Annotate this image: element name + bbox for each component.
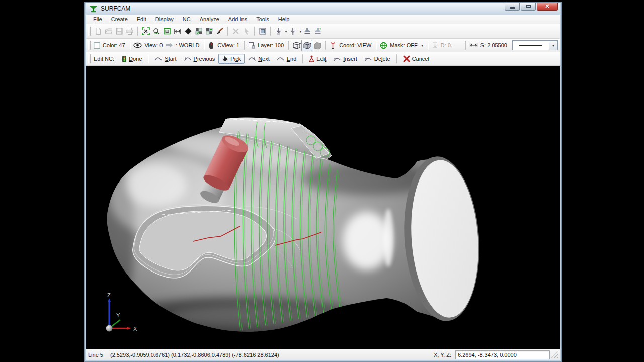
linestyle-control[interactable]: ▼ [511, 40, 559, 50]
title-bar[interactable]: SURFCAM ✕ [86, 3, 560, 15]
menu-help[interactable]: Help [274, 16, 294, 23]
surfcam-logo-icon [89, 5, 98, 13]
shade-icon[interactable] [183, 26, 193, 37]
view-toolbar: Color: 47 View: 0 : WORLD CView: 1 Layer… [86, 39, 560, 52]
menu-edit[interactable]: Edit [133, 16, 150, 23]
menu-nc[interactable]: NC [179, 16, 195, 23]
analyze-brush-icon[interactable] [214, 26, 225, 37]
menu-bar: File Create Edit Display NC Analyze Add … [86, 15, 560, 24]
toolbar-separator [465, 41, 466, 50]
view-label: View: 0 [143, 42, 164, 48]
menu-file[interactable]: File [89, 16, 106, 23]
print-icon[interactable] [124, 26, 135, 37]
layer-label: Layer: 100 [257, 42, 285, 48]
delete-button[interactable]: Delete [361, 54, 394, 63]
cancel-button[interactable]: Cancel [399, 54, 433, 64]
end-button[interactable]: End [273, 54, 300, 63]
zoom-dynamic-icon[interactable] [151, 26, 162, 37]
scale-arrows-icon [469, 43, 478, 48]
resize-grip[interactable] [551, 351, 558, 358]
world-control[interactable]: : WORLD [165, 42, 201, 48]
toolbar-grip[interactable] [88, 41, 91, 50]
stamp-alt-icon[interactable] [313, 26, 324, 37]
curve-previous-icon [184, 56, 192, 62]
toolbar-separator [254, 27, 255, 36]
toolbar-grip[interactable] [88, 27, 91, 36]
transform-icon[interactable] [241, 26, 252, 37]
window-title: SURFCAM [101, 5, 130, 12]
new-file-icon[interactable] [93, 26, 103, 37]
close-button[interactable]: ✕ [537, 3, 558, 11]
toolbar-grip[interactable] [88, 54, 91, 63]
save-file-icon[interactable] [114, 26, 124, 37]
axis-y-label: Y [116, 312, 120, 318]
shaded-mode-icon[interactable] [301, 40, 312, 51]
linestyle-dropdown[interactable]: ▼ [549, 40, 558, 50]
menu-tools[interactable]: Tools [252, 16, 273, 23]
menu-addins[interactable]: Add Ins [224, 16, 251, 23]
curve-delete-icon [364, 56, 372, 62]
main-toolbar: ▼ ▼ [86, 24, 560, 39]
viewport-3d[interactable]: Z Y X [86, 66, 560, 349]
curve-start-icon [154, 56, 163, 62]
minimize-button[interactable] [505, 3, 520, 11]
axis-x-label: X [133, 326, 137, 332]
layer-control[interactable]: Layer: 100 [247, 42, 286, 49]
toolbar-separator [137, 27, 138, 36]
depth-control[interactable]: D: 0. [431, 42, 454, 49]
world-label: : WORLD [175, 42, 200, 48]
coord-control[interactable]: Coord: VIEW [328, 42, 373, 49]
toolpath-point-alt-dropdown[interactable]: ▼ [299, 30, 302, 33]
linestyle-preview[interactable] [512, 40, 549, 50]
close-icon: ✕ [545, 4, 549, 9]
wireframe-mode-icon[interactable] [291, 40, 301, 51]
scale-control[interactable]: S: 2.05500 [468, 42, 509, 48]
toolbar-separator [244, 41, 245, 50]
verify-restore-icon[interactable] [204, 26, 214, 37]
edit-move-button[interactable]: Edit [305, 54, 330, 64]
cview-control[interactable]: CView: 1 [207, 42, 242, 49]
stamp-icon[interactable] [302, 26, 313, 37]
open-file-icon[interactable] [103, 26, 114, 37]
menu-analyze[interactable]: Analyze [196, 16, 223, 23]
mask-label: Mask: OFF [389, 42, 418, 48]
toolbar-separator [130, 41, 130, 50]
eye-icon [133, 42, 142, 48]
pan-fit-icon[interactable] [172, 26, 183, 37]
verify-icon[interactable] [193, 26, 204, 37]
coord-axis-icon [329, 42, 337, 49]
toolpath-point-alt-icon[interactable] [288, 26, 298, 37]
toolpath-point-dropdown[interactable]: ▼ [284, 30, 288, 33]
curve-end-icon [277, 56, 285, 62]
properties-icon[interactable] [257, 26, 268, 37]
coord-label: Coord: VIEW [338, 42, 372, 48]
color-label: Color: 47 [102, 42, 126, 48]
status-coords: (2.5293,-0.9059,0.6761) (0.1732,-0.8606,… [110, 352, 279, 358]
maximize-button[interactable] [521, 3, 536, 11]
zoom-extents-icon[interactable] [140, 26, 151, 37]
linestyle-line-icon [519, 45, 542, 46]
edit-nc-label: Edit NC: [93, 56, 115, 62]
next-button[interactable]: Next [245, 54, 273, 63]
insert-button[interactable]: Insert [330, 54, 361, 63]
axis-z-label: Z [107, 292, 111, 298]
menu-create[interactable]: Create [107, 16, 132, 23]
done-button[interactable]: Done [118, 54, 145, 64]
mask-dropdown[interactable]: ▼ [421, 44, 424, 47]
traffic-light-icon [122, 55, 127, 63]
previous-button[interactable]: Previous [180, 54, 219, 63]
status-bar: Line 5 (2.5293,-0.9059,0.6761) (0.1732,-… [86, 349, 560, 360]
flat-mode-icon[interactable] [312, 40, 323, 51]
start-button[interactable]: Start [151, 54, 180, 63]
view-control[interactable]: View: 0 [132, 42, 165, 48]
mask-control[interactable]: Mask: OFF ▼ [379, 42, 425, 49]
toolpath-point-icon[interactable] [273, 26, 284, 37]
curve-insert-icon [333, 56, 341, 62]
viewport-window-icon[interactable] [162, 26, 172, 37]
toolbar-separator [325, 41, 326, 50]
delete-entity-icon[interactable] [230, 26, 241, 37]
toolbar-separator [302, 54, 303, 63]
menu-display[interactable]: Display [151, 16, 178, 23]
pick-button[interactable]: Pick [218, 54, 245, 64]
color-control[interactable]: Color: 47 [93, 42, 127, 49]
